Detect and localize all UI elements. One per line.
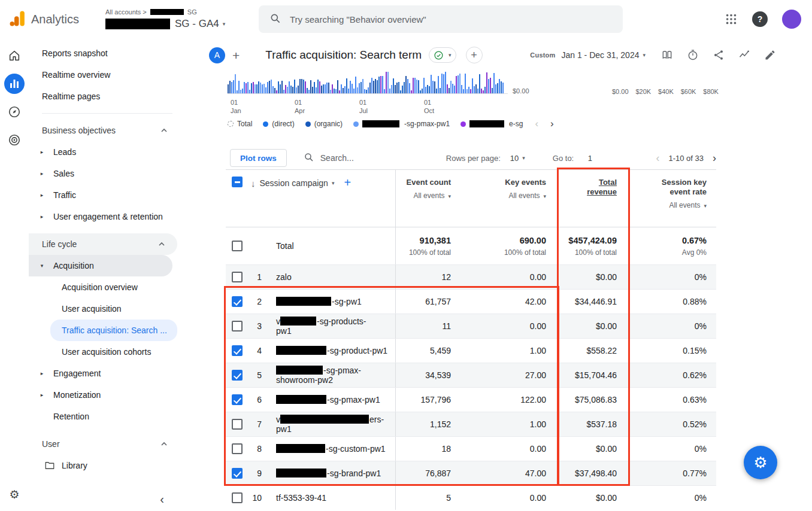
chevron-down-icon[interactable]: ▾ — [332, 178, 335, 189]
legend-item-e-sg[interactable]: e-sg — [460, 120, 523, 128]
nav-item-user-acquisition-cohorts[interactable]: User acquisition cohorts — [29, 341, 180, 363]
comparison-icon[interactable] — [661, 49, 673, 61]
column-header-total-revenue[interactable]: Total revenue — [574, 178, 617, 197]
nav-item-library[interactable]: Library — [29, 455, 180, 476]
add-comparison-button[interactable]: + — [232, 49, 240, 62]
row-checkbox[interactable] — [232, 394, 243, 405]
nav-item-acquisition[interactable]: ▾ Acquisition — [29, 255, 172, 276]
table-search-input[interactable] — [320, 153, 386, 163]
prev-page-icon[interactable]: ‹ — [656, 153, 659, 163]
legend-item-sg-pmax-pw1[interactable]: -sg-pmax-pw1 — [353, 120, 450, 128]
row-checkbox[interactable] — [232, 468, 243, 479]
analytics-logo[interactable]: Analytics — [8, 0, 79, 38]
row-metric: $0.00 — [546, 265, 617, 289]
legend-item-total[interactable]: Total — [228, 120, 252, 128]
nav-item-realtime-overview[interactable]: Realtime overview — [29, 64, 180, 86]
apps-grid-icon[interactable] — [725, 13, 738, 26]
legend-next-icon[interactable]: › — [550, 118, 554, 130]
row-index: 8 — [250, 437, 271, 461]
series-dot-icon — [353, 121, 359, 127]
row-metric: $0.00 — [546, 437, 617, 461]
legend-item-organic[interactable]: (organic) — [305, 120, 343, 128]
plot-rows-button[interactable]: Plot rows — [230, 149, 287, 167]
global-search[interactable] — [259, 5, 623, 33]
row-metric: 12 — [395, 265, 451, 289]
legend-item-direct[interactable]: (direct) — [263, 120, 294, 128]
account-switcher[interactable]: All accounts > SG SG - GA4 ▾ — [105, 0, 225, 38]
nav-item-leads[interactable]: ▸Leads — [29, 141, 180, 163]
home-icon[interactable] — [4, 45, 25, 66]
table-search[interactable] — [304, 152, 386, 165]
chart-bar — [364, 89, 365, 93]
row-checkbox[interactable] — [232, 443, 243, 454]
nav-item-traffic[interactable]: ▸Traffic — [29, 184, 180, 206]
nav-item-realtime-pages[interactable]: Realtime pages — [29, 86, 180, 107]
dimension-header[interactable]: ↓ Session campaign ▾ + — [250, 170, 395, 227]
report-status-badge[interactable]: ▾ — [429, 47, 456, 63]
row-checkbox[interactable] — [232, 296, 243, 307]
column-header[interactable]: Event count — [396, 178, 451, 187]
nav-item-monetization[interactable]: ▸Monetization — [29, 384, 180, 406]
column-header[interactable]: Session key event rate — [649, 178, 707, 197]
nav-section-business-objectives[interactable]: Business objectives — [29, 120, 180, 141]
chart-bar — [296, 87, 297, 93]
total-row-checkbox[interactable] — [232, 241, 243, 251]
global-search-input[interactable] — [290, 14, 612, 25]
nav-item-user-engagement-retention[interactable]: ▸User engagement & retention — [29, 206, 180, 227]
nav-item-reports-snapshot[interactable]: Reports snapshot — [29, 42, 180, 64]
campaign-name: -sg-pmax- showroom-pw2 — [276, 366, 361, 385]
insights-icon[interactable] — [738, 49, 750, 61]
column-header[interactable]: Key events — [451, 178, 546, 187]
chart-bar — [244, 82, 245, 93]
nav-item-retention[interactable]: Retention — [29, 406, 180, 427]
edit-icon[interactable] — [764, 49, 776, 61]
triangle-collapsed-icon: ▸ — [38, 370, 46, 376]
select-all-checkbox[interactable] — [232, 177, 243, 187]
row-checkbox[interactable] — [232, 492, 243, 503]
add-chip-button[interactable]: + — [466, 47, 483, 63]
chart-bar — [350, 81, 351, 93]
go-to-input[interactable] — [580, 154, 600, 163]
nav-item-engagement[interactable]: ▸Engagement — [29, 363, 180, 384]
insights-fab[interactable]: ⚙ — [744, 446, 777, 479]
collapse-nav-button[interactable]: ‹ — [160, 493, 164, 505]
nav-item-traffic-acquisition-search[interactable]: Traffic acquisition: Search ... — [50, 320, 177, 341]
nav-item-acquisition-overview[interactable]: Acquisition overview — [29, 276, 180, 298]
rows-per-page-select[interactable]: Rows per page: 10 ▾ — [446, 154, 525, 163]
nav-item-sales[interactable]: ▸Sales — [29, 163, 180, 184]
advertising-icon[interactable] — [4, 130, 25, 150]
chart-bar — [307, 88, 308, 93]
row-checkbox[interactable] — [232, 345, 243, 356]
row-checkbox[interactable] — [232, 419, 243, 430]
nav-section-user[interactable]: User — [29, 433, 180, 455]
comparison-avatar[interactable]: A — [209, 47, 225, 63]
metric-filter[interactable]: All events▾ — [617, 201, 707, 209]
admin-gear-icon[interactable]: ⚙ — [0, 488, 29, 501]
clock-icon[interactable] — [687, 49, 699, 61]
row-checkbox[interactable] — [232, 321, 243, 331]
reports-icon[interactable] — [4, 74, 25, 94]
share-icon[interactable] — [713, 49, 725, 61]
redaction-box — [150, 9, 184, 15]
explore-icon[interactable] — [4, 102, 25, 122]
row-checkbox[interactable] — [232, 370, 243, 381]
add-dimension-button[interactable]: + — [344, 178, 351, 188]
date-range-picker[interactable]: Custom Jan 1 - Dec 31, 2024 ▾ — [530, 50, 646, 60]
table-row: 2-sg-pw161,75742.00$34,446.910.88% — [226, 289, 716, 314]
pagination-range: 1-10 of 33 — [668, 154, 704, 163]
legend-prev-icon[interactable]: ‹ — [535, 118, 538, 130]
row-checkbox[interactable] — [232, 272, 243, 282]
axis-label: $60K — [681, 88, 696, 95]
nav-item-user-acquisition[interactable]: User acquisition — [29, 298, 180, 320]
metric-filter[interactable]: All events▾ — [451, 191, 546, 200]
filter-value: All events — [669, 201, 700, 209]
next-page-icon[interactable]: › — [713, 153, 716, 163]
chart-bar — [319, 81, 320, 93]
nav-section-life-cycle[interactable]: Life cycle — [29, 233, 177, 255]
user-avatar[interactable] — [782, 10, 801, 29]
chart-bar — [359, 83, 360, 93]
help-icon[interactable]: ? — [752, 11, 768, 27]
metric-filter[interactable]: All events▾ — [396, 191, 451, 200]
nav-item-label: Traffic — [53, 190, 76, 200]
chart-bar — [280, 84, 281, 93]
